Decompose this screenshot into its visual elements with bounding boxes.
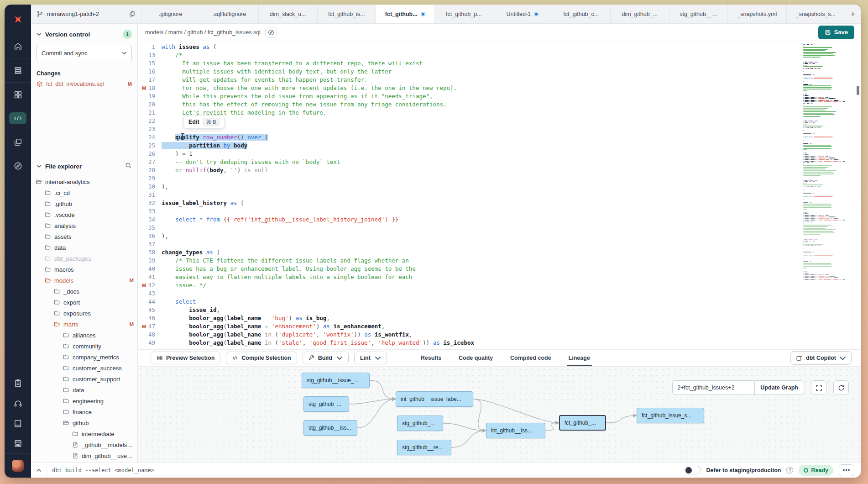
folder-item-customer_support[interactable]: customer_support xyxy=(31,374,137,384)
folder-item-company_metrics[interactable]: company_metrics xyxy=(31,352,137,363)
code-line-39[interactable]: 39 /* This CTE flattens the different is… xyxy=(138,257,861,265)
tab-lineage[interactable]: Lineage xyxy=(569,350,590,366)
save-button[interactable]: Save xyxy=(818,26,854,39)
dbt-copilot-button[interactable]: dbt Copilot xyxy=(790,351,852,365)
code-line-44[interactable]: 44 select xyxy=(138,298,861,306)
file-tab-.gitignore[interactable]: .gitignore xyxy=(141,5,200,23)
projects-tray-icon[interactable] xyxy=(5,58,31,82)
code-line-42[interactable]: M42 issue. */ xyxy=(138,281,861,289)
file-tab-dim_github_...[interactable]: dim_github_... xyxy=(611,5,669,23)
folder-item-export[interactable]: export xyxy=(31,297,137,308)
code-line-38[interactable]: 38change_types as ( xyxy=(138,248,861,257)
lineage-node-stg_github_[interactable]: stg_github_... xyxy=(397,416,443,431)
folder-item-macros[interactable]: macros xyxy=(31,264,137,275)
code-line-34[interactable]: 34 select * from {{ ref('int_github__iss… xyxy=(138,216,861,224)
dashboards-grid-icon[interactable] xyxy=(5,83,31,106)
folder-item-assets[interactable]: assets xyxy=(31,231,137,242)
fullscreen-button[interactable] xyxy=(811,380,826,395)
file-tab-untitled-1[interactable]: Untitled-1 xyxy=(493,5,552,23)
code-line-49[interactable]: 49 boolor_agg(label_name in ('stale', 'g… xyxy=(138,339,861,347)
commit-and-sync-button[interactable]: Commit and sync xyxy=(37,45,132,61)
folder-item-analysis[interactable]: analysis xyxy=(31,220,137,231)
update-graph-button[interactable]: Update Graph xyxy=(754,380,804,395)
lineage-node-int_github__iss[interactable]: int_github__iss... xyxy=(486,423,545,438)
expand-command-bar-button[interactable] xyxy=(31,463,47,478)
copy-branch-icon[interactable] xyxy=(129,11,136,17)
folder-item-community[interactable]: community xyxy=(31,341,137,352)
version-control-header[interactable]: Version control 1 xyxy=(31,24,137,43)
folder-item-internal-analytics[interactable]: internal-analytics xyxy=(31,176,137,187)
code-line-48[interactable]: 48 boolor_agg(label_name in ('duplicate'… xyxy=(138,331,861,339)
code-line-37[interactable]: 37 xyxy=(138,240,861,248)
folder-item-data[interactable]: data xyxy=(31,242,137,253)
code-line-16[interactable]: 16 multiple issues with identical body t… xyxy=(138,68,861,76)
code-line-33[interactable]: 33 xyxy=(138,207,861,216)
folder-item-engineering[interactable]: engineering xyxy=(31,395,137,406)
code-line-25[interactable]: 25 partition by body xyxy=(138,142,861,150)
code-line-24[interactable]: 24 qualify row_number() over ( xyxy=(138,133,861,142)
compile-selection-button[interactable]: Compile Selection xyxy=(226,352,297,364)
code-line-15[interactable]: 15 If an issue has been transferred to a… xyxy=(138,59,861,68)
file-tab-fct_github_is...[interactable]: fct_github_is... xyxy=(318,5,376,23)
code-line-46[interactable]: 46 boolor_agg(label_name = 'bug') as is_… xyxy=(138,314,861,322)
code-line-43[interactable]: 43 xyxy=(138,289,861,298)
file-item-_github__models.yml[interactable]: _github__models.yml xyxy=(31,439,137,450)
code-line-17[interactable]: 17 will get updates for events that happ… xyxy=(138,76,861,84)
git-branch-indicator[interactable]: mirnawong1-patch-2 xyxy=(31,5,141,23)
folder-item-exposures[interactable]: exposures xyxy=(31,308,137,319)
docs-book-icon[interactable] xyxy=(5,413,31,433)
code-line-23[interactable]: 23 xyxy=(138,125,861,133)
orchestration-windows-icon[interactable] xyxy=(5,130,31,154)
defer-toggle[interactable] xyxy=(685,466,701,474)
lineage-node-fct_github_issue_s[interactable]: fct_github_issue_s... xyxy=(637,408,704,423)
code-line-45[interactable]: 45 issue_id, xyxy=(138,306,861,314)
file-explorer-header[interactable]: File explorer xyxy=(31,156,137,174)
file-tab-fct_github_c...[interactable]: fct_github_c... xyxy=(552,5,611,23)
code-line-35[interactable]: 35 xyxy=(138,224,861,232)
code-line-22[interactable]: 22 xyxy=(138,117,861,125)
folder-item-.github[interactable]: .github xyxy=(31,198,137,209)
code-editor-icon[interactable] xyxy=(5,106,31,130)
code-line-47[interactable]: M47 boolor_agg(label_name = 'enhancement… xyxy=(138,322,861,331)
code-line-36[interactable]: 36), xyxy=(138,232,861,240)
code-line-40[interactable]: 40 issue has a bug or enhancement label.… xyxy=(138,265,861,273)
folder-item-_docs[interactable]: _docs xyxy=(31,286,137,297)
folder-item-.vscode[interactable]: .vscode xyxy=(31,209,137,220)
sql-code-editor[interactable]: Edit ⌘ B 1with issues as (13 /*15 If an … xyxy=(138,41,861,349)
explore-compass-icon[interactable] xyxy=(5,154,31,178)
tab-compiled-code[interactable]: Compiled code xyxy=(510,350,551,366)
file-tab-_snapshots.yml[interactable]: _snapshots.yml xyxy=(728,5,787,23)
code-line-26[interactable]: 26 ) = 1 xyxy=(138,150,861,158)
dbt-command-input[interactable]: dbt build --select <model_name> xyxy=(52,467,154,473)
file-item-dim_github__users.sql[interactable]: dim_github__users.sql xyxy=(31,450,137,461)
file-tab-fct_github_p...[interactable]: fct_github_p... xyxy=(435,5,494,23)
edit-popup-label[interactable]: Edit xyxy=(188,119,199,125)
notebook-clipboard-icon[interactable] xyxy=(5,373,31,393)
file-tab-_snapshots_s...[interactable]: _snapshots_s... xyxy=(787,5,846,23)
lineage-node-fct_github_[interactable]: fct_github_... xyxy=(559,415,606,431)
lineage-node-int_github__issue_labe[interactable]: int_github__issue_labe... xyxy=(396,391,473,407)
changed-file-item[interactable]: fct_dbt_invocations.sql M xyxy=(31,79,137,89)
refresh-graph-button[interactable] xyxy=(833,380,849,395)
tab-code-quality[interactable]: Code quality xyxy=(459,350,493,366)
preview-selection-button[interactable]: Preview Selection xyxy=(151,352,220,364)
code-line-20[interactable]: 20 this has the effect of removing the n… xyxy=(138,100,861,109)
code-line-31[interactable]: 31 xyxy=(138,191,861,199)
code-line-19[interactable]: 19 While this prevents the old issue fro… xyxy=(138,92,861,100)
dbt-logo-icon[interactable] xyxy=(5,5,31,34)
code-line-21[interactable]: 21 Let's revisit this modeling in the fu… xyxy=(138,109,861,117)
support-headset-icon[interactable] xyxy=(5,393,31,413)
folder-item-models[interactable]: modelsM xyxy=(31,275,137,286)
user-avatar[interactable] xyxy=(5,454,31,478)
lineage-node-stg_github_[interactable]: stg_github_... xyxy=(303,396,349,412)
code-line-18[interactable]: M18 For now, choose the one with more re… xyxy=(138,84,861,92)
copilot-file-action-button[interactable] xyxy=(265,27,277,38)
code-line-30[interactable]: 30), xyxy=(138,183,861,191)
folder-item-intermediate[interactable]: intermediate xyxy=(31,428,137,439)
folder-item-.ci_cd[interactable]: .ci_cd xyxy=(31,187,137,198)
lineage-node-stg_github__iss[interactable]: stg_github__iss... xyxy=(303,420,357,436)
edit-popup[interactable]: Edit ⌘ B xyxy=(183,115,225,129)
home-icon[interactable] xyxy=(5,34,31,58)
folder-item-data[interactable]: data xyxy=(31,384,137,395)
file-tab-fct_github...[interactable]: fct_github... xyxy=(376,5,435,23)
